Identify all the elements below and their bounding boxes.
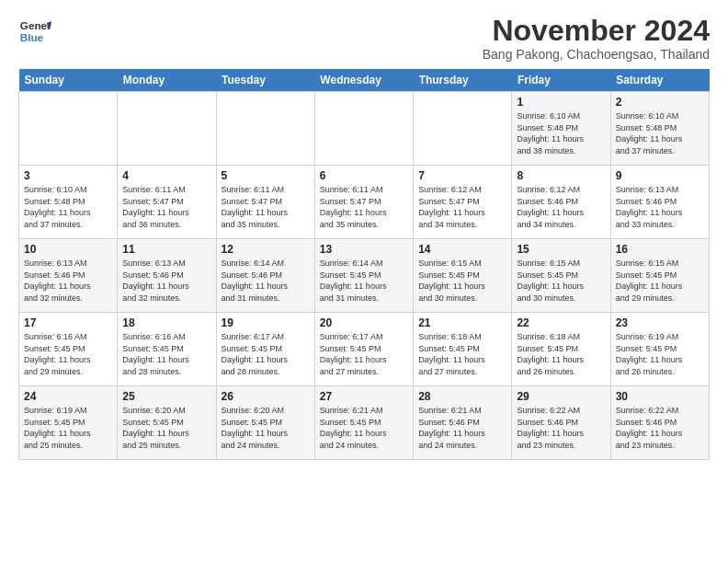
day-number: 26 (222, 390, 310, 403)
week-row-4: 17Sunrise: 6:16 AM Sunset: 5:45 PM Dayli… (19, 313, 710, 386)
day-cell: 14Sunrise: 6:15 AM Sunset: 5:45 PM Dayli… (414, 239, 512, 313)
day-number: 29 (517, 390, 605, 403)
day-cell: 9Sunrise: 6:13 AM Sunset: 5:46 PM Daylig… (610, 166, 709, 239)
day-info: Sunrise: 6:17 AM Sunset: 5:45 PM Dayligh… (320, 331, 408, 377)
day-number: 11 (122, 243, 210, 256)
day-cell: 18Sunrise: 6:16 AM Sunset: 5:45 PM Dayli… (118, 313, 216, 386)
day-header-tuesday: Tuesday (216, 69, 314, 92)
day-info: Sunrise: 6:21 AM Sunset: 5:45 PM Dayligh… (320, 405, 408, 451)
day-info: Sunrise: 6:10 AM Sunset: 5:48 PM Dayligh… (24, 184, 112, 230)
day-info: Sunrise: 6:15 AM Sunset: 5:45 PM Dayligh… (616, 258, 704, 304)
week-row-5: 24Sunrise: 6:19 AM Sunset: 5:45 PM Dayli… (19, 386, 710, 460)
day-number: 20 (320, 316, 408, 329)
day-number: 13 (320, 243, 408, 256)
day-cell: 4Sunrise: 6:11 AM Sunset: 5:47 PM Daylig… (118, 166, 216, 239)
day-info: Sunrise: 6:10 AM Sunset: 5:48 PM Dayligh… (616, 110, 704, 156)
day-number: 18 (122, 316, 210, 329)
day-cell (118, 92, 216, 166)
day-cell: 10Sunrise: 6:13 AM Sunset: 5:46 PM Dayli… (19, 239, 118, 313)
day-cell: 13Sunrise: 6:14 AM Sunset: 5:45 PM Dayli… (314, 239, 413, 313)
day-cell: 22Sunrise: 6:18 AM Sunset: 5:45 PM Dayli… (512, 313, 610, 386)
day-info: Sunrise: 6:13 AM Sunset: 5:46 PM Dayligh… (616, 184, 704, 230)
svg-text:General: General (20, 19, 51, 31)
day-cell: 27Sunrise: 6:21 AM Sunset: 5:45 PM Dayli… (314, 386, 413, 460)
header-row: SundayMondayTuesdayWednesdayThursdayFrid… (19, 69, 710, 92)
day-number: 24 (24, 390, 112, 403)
day-header-monday: Monday (118, 69, 216, 92)
day-number: 8 (517, 169, 605, 182)
day-cell: 25Sunrise: 6:20 AM Sunset: 5:45 PM Dayli… (118, 386, 216, 460)
day-cell: 19Sunrise: 6:17 AM Sunset: 5:45 PM Dayli… (216, 313, 314, 386)
day-number: 6 (320, 169, 408, 182)
day-number: 5 (222, 169, 310, 182)
day-info: Sunrise: 6:22 AM Sunset: 5:46 PM Dayligh… (616, 405, 704, 451)
day-number: 4 (122, 169, 210, 182)
day-cell: 30Sunrise: 6:22 AM Sunset: 5:46 PM Dayli… (610, 386, 709, 460)
day-number: 9 (616, 169, 704, 182)
day-info: Sunrise: 6:20 AM Sunset: 5:45 PM Dayligh… (222, 405, 310, 451)
day-info: Sunrise: 6:15 AM Sunset: 5:45 PM Dayligh… (418, 258, 506, 304)
day-info: Sunrise: 6:11 AM Sunset: 5:47 PM Dayligh… (222, 184, 310, 230)
day-cell: 21Sunrise: 6:18 AM Sunset: 5:45 PM Dayli… (414, 313, 512, 386)
day-cell: 23Sunrise: 6:19 AM Sunset: 5:45 PM Dayli… (610, 313, 709, 386)
day-cell: 29Sunrise: 6:22 AM Sunset: 5:46 PM Dayli… (512, 386, 610, 460)
day-number: 21 (418, 316, 506, 329)
svg-text:Blue: Blue (20, 31, 44, 43)
day-number: 23 (616, 316, 704, 329)
day-cell: 2Sunrise: 6:10 AM Sunset: 5:48 PM Daylig… (610, 92, 709, 166)
day-info: Sunrise: 6:11 AM Sunset: 5:47 PM Dayligh… (320, 184, 408, 230)
week-row-3: 10Sunrise: 6:13 AM Sunset: 5:46 PM Dayli… (19, 239, 710, 313)
day-info: Sunrise: 6:18 AM Sunset: 5:45 PM Dayligh… (418, 331, 506, 377)
day-info: Sunrise: 6:19 AM Sunset: 5:45 PM Dayligh… (24, 405, 112, 451)
day-number: 14 (418, 243, 506, 256)
day-number: 12 (222, 243, 310, 256)
day-cell: 20Sunrise: 6:17 AM Sunset: 5:45 PM Dayli… (314, 313, 413, 386)
day-info: Sunrise: 6:19 AM Sunset: 5:45 PM Dayligh… (616, 331, 704, 377)
day-info: Sunrise: 6:15 AM Sunset: 5:45 PM Dayligh… (517, 258, 605, 304)
day-info: Sunrise: 6:17 AM Sunset: 5:45 PM Dayligh… (222, 331, 310, 377)
day-cell (19, 92, 118, 166)
day-cell: 8Sunrise: 6:12 AM Sunset: 5:46 PM Daylig… (512, 166, 610, 239)
day-cell: 28Sunrise: 6:21 AM Sunset: 5:46 PM Dayli… (414, 386, 512, 460)
day-number: 17 (24, 316, 112, 329)
day-cell: 24Sunrise: 6:19 AM Sunset: 5:45 PM Dayli… (19, 386, 118, 460)
day-number: 7 (418, 169, 506, 182)
day-info: Sunrise: 6:21 AM Sunset: 5:46 PM Dayligh… (418, 405, 506, 451)
day-cell (414, 92, 512, 166)
day-number: 10 (24, 243, 112, 256)
day-cell: 6Sunrise: 6:11 AM Sunset: 5:47 PM Daylig… (314, 166, 413, 239)
day-cell: 1Sunrise: 6:10 AM Sunset: 5:48 PM Daylig… (512, 92, 610, 166)
day-info: Sunrise: 6:10 AM Sunset: 5:48 PM Dayligh… (517, 110, 605, 156)
day-cell: 3Sunrise: 6:10 AM Sunset: 5:48 PM Daylig… (19, 166, 118, 239)
day-cell: 11Sunrise: 6:13 AM Sunset: 5:46 PM Dayli… (118, 239, 216, 313)
calendar-table: SundayMondayTuesdayWednesdayThursdayFrid… (18, 69, 710, 460)
week-row-2: 3Sunrise: 6:10 AM Sunset: 5:48 PM Daylig… (19, 166, 710, 239)
logo-icon: General Blue (18, 15, 51, 48)
day-cell: 26Sunrise: 6:20 AM Sunset: 5:45 PM Dayli… (216, 386, 314, 460)
day-info: Sunrise: 6:18 AM Sunset: 5:45 PM Dayligh… (517, 331, 605, 377)
day-info: Sunrise: 6:12 AM Sunset: 5:46 PM Dayligh… (517, 184, 605, 230)
day-number: 3 (24, 169, 112, 182)
day-cell (216, 92, 314, 166)
day-info: Sunrise: 6:16 AM Sunset: 5:45 PM Dayligh… (122, 331, 210, 377)
title-block: November 2024 Bang Pakong, Chachoengsao,… (483, 15, 710, 62)
day-number: 27 (320, 390, 408, 403)
day-header-sunday: Sunday (19, 69, 118, 92)
subtitle: Bang Pakong, Chachoengsao, Thailand (483, 47, 710, 62)
day-info: Sunrise: 6:14 AM Sunset: 5:46 PM Dayligh… (222, 258, 310, 304)
day-number: 28 (418, 390, 506, 403)
page: General Blue November 2024 Bang Pakong, … (0, 0, 728, 475)
day-number: 1 (517, 96, 605, 109)
day-info: Sunrise: 6:13 AM Sunset: 5:46 PM Dayligh… (122, 258, 210, 304)
day-number: 2 (616, 96, 704, 109)
day-info: Sunrise: 6:16 AM Sunset: 5:45 PM Dayligh… (24, 331, 112, 377)
day-info: Sunrise: 6:12 AM Sunset: 5:47 PM Dayligh… (418, 184, 506, 230)
day-cell: 12Sunrise: 6:14 AM Sunset: 5:46 PM Dayli… (216, 239, 314, 313)
day-number: 22 (517, 316, 605, 329)
day-cell: 7Sunrise: 6:12 AM Sunset: 5:47 PM Daylig… (414, 166, 512, 239)
day-header-saturday: Saturday (610, 69, 709, 92)
logo: General Blue (18, 15, 51, 48)
day-cell: 5Sunrise: 6:11 AM Sunset: 5:47 PM Daylig… (216, 166, 314, 239)
day-info: Sunrise: 6:20 AM Sunset: 5:45 PM Dayligh… (122, 405, 210, 451)
day-info: Sunrise: 6:14 AM Sunset: 5:45 PM Dayligh… (320, 258, 408, 304)
